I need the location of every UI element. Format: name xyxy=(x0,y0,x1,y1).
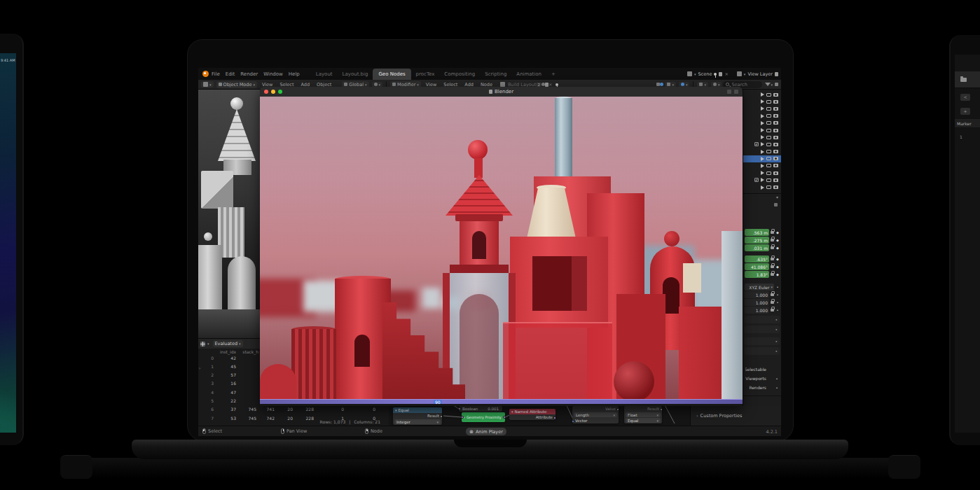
node-geometry-proximity[interactable]: ›Geometry Proximity xyxy=(462,412,505,422)
visibility-renders-row[interactable]: Renders • xyxy=(743,383,781,392)
outliner-row[interactable] xyxy=(743,134,781,141)
outliner-row[interactable] xyxy=(743,120,781,127)
node-compare[interactable]: Result Float▾ Equal▾ xyxy=(624,406,662,424)
collapsed-section[interactable]: • xyxy=(745,316,780,323)
render-window-titlebar[interactable]: Blender xyxy=(260,87,743,97)
screen-toggle-icon[interactable] xyxy=(766,172,771,175)
outliner-row[interactable] xyxy=(743,127,781,134)
screen-toggle-icon[interactable] xyxy=(766,114,771,118)
tab-layout-big[interactable]: Layout.big xyxy=(338,70,373,78)
screen-toggle-icon[interactable] xyxy=(766,150,771,153)
tab-geo-nodes[interactable]: Geo Nodes xyxy=(373,69,410,80)
window-option-icon[interactable] xyxy=(727,90,731,94)
visibility-viewports-row[interactable]: Viewports • xyxy=(743,374,781,383)
keyframe-icon[interactable]: ◆ xyxy=(775,257,780,261)
tab-compositing[interactable]: Compositing xyxy=(439,70,480,78)
cursor-icon[interactable] xyxy=(761,99,764,104)
marker-row-1[interactable]: 1 xyxy=(960,134,962,139)
column-inst-idx[interactable]: inst_idx xyxy=(218,349,236,354)
screen-toggle-icon[interactable] xyxy=(766,186,771,189)
cursor-icon[interactable] xyxy=(761,92,764,97)
screen-toggle-icon[interactable] xyxy=(766,107,771,111)
user-count-badge[interactable]: 2 xyxy=(536,83,541,87)
menu-window[interactable]: Window xyxy=(261,71,286,77)
panel-expand-arrow[interactable]: › xyxy=(199,365,200,370)
rotation-y-field[interactable]: 41.086° ◆ xyxy=(745,263,780,270)
tab-scripting[interactable]: Scripting xyxy=(480,70,511,78)
outliner-row[interactable] xyxy=(743,113,781,120)
keyframe-icon[interactable]: ◆ xyxy=(775,265,780,269)
operation-dropdown[interactable]: Equal▾ xyxy=(626,418,661,423)
dot-icon[interactable]: • xyxy=(775,300,780,304)
node-equal[interactable]: ▾Equal Result Integer▾ xyxy=(393,407,442,425)
cursor-icon[interactable] xyxy=(761,128,764,132)
cursor-icon[interactable] xyxy=(761,106,764,111)
node-named-attribute[interactable]: ▾Named Attribute Attribute xyxy=(509,409,555,420)
lock-icon[interactable] xyxy=(771,265,774,268)
dot-icon[interactable]: • xyxy=(775,377,779,381)
collapsed-section[interactable]: • xyxy=(745,337,780,345)
output-socket[interactable] xyxy=(660,408,662,411)
outliner-row[interactable] xyxy=(743,155,781,162)
screen-toggle-icon[interactable] xyxy=(766,164,771,167)
output-socket[interactable] xyxy=(503,416,505,419)
camera-toggle-icon[interactable] xyxy=(773,164,778,167)
screen-toggle-icon[interactable] xyxy=(766,121,771,125)
blender-logo-icon[interactable] xyxy=(202,71,209,77)
spreadsheet-row[interactable]: 6377457412022800 xyxy=(198,407,389,414)
menu-edit[interactable]: Edit xyxy=(223,71,238,77)
menu-file[interactable]: File xyxy=(209,71,223,77)
cursor-icon[interactable] xyxy=(761,157,764,161)
mode-dropdown[interactable]: Object Mode ▾ xyxy=(216,81,257,88)
chevron-down-icon[interactable]: ▾ xyxy=(776,195,778,200)
back-button[interactable]: < xyxy=(960,94,970,101)
rotation-x-field[interactable]: .635° ◆ xyxy=(745,255,780,262)
lock-icon[interactable] xyxy=(771,246,774,249)
camera-toggle-icon[interactable] xyxy=(773,107,778,111)
camera-toggle-icon[interactable] xyxy=(773,178,778,182)
lock-icon[interactable] xyxy=(771,231,774,234)
cursor-icon[interactable] xyxy=(761,178,764,182)
scene-name[interactable]: Scene xyxy=(698,71,712,77)
keyframe-icon[interactable]: ◆ xyxy=(775,272,780,276)
keyframe-icon[interactable]: ◆ xyxy=(775,230,780,234)
collapsed-section[interactable]: • xyxy=(745,326,780,333)
rotation-z-field[interactable]: 1.83° ◆ xyxy=(745,271,780,278)
zoom-traffic-light[interactable] xyxy=(278,90,282,94)
location-x-field[interactable]: .563 m ◆ xyxy=(745,229,780,236)
checkbox-icon[interactable]: ✓ xyxy=(754,142,759,146)
cancel-icon[interactable]: ⊗ xyxy=(469,429,474,435)
camera-toggle-icon[interactable] xyxy=(773,150,778,153)
screen-toggle-icon[interactable] xyxy=(766,129,771,132)
camera-toggle-icon[interactable] xyxy=(773,157,778,160)
menu-help[interactable]: Help xyxy=(286,71,303,77)
lock-icon[interactable] xyxy=(771,258,774,260)
outliner-row[interactable] xyxy=(743,91,781,98)
render-window[interactable]: Blender xyxy=(260,87,743,406)
camera-toggle-icon[interactable] xyxy=(773,100,778,104)
outliner-row[interactable] xyxy=(743,148,781,155)
dot-icon[interactable]: • xyxy=(775,386,779,390)
tab-animation[interactable]: Animation xyxy=(511,70,546,78)
screen-toggle-icon[interactable] xyxy=(766,157,771,160)
dot-icon[interactable]: • xyxy=(775,285,780,289)
chevron-down-icon[interactable]: ▾ xyxy=(771,83,773,87)
camera-toggle-icon[interactable] xyxy=(773,172,778,175)
proportional-edit-icon[interactable] xyxy=(660,83,663,86)
node-type-dropdown[interactable]: Integer▾ xyxy=(394,419,441,424)
minimize-traffic-light[interactable] xyxy=(271,90,275,94)
camera-toggle-icon[interactable] xyxy=(773,186,778,189)
new-scene-icon[interactable] xyxy=(719,72,722,76)
window-option-icon[interactable] xyxy=(734,90,738,94)
scale-y-field[interactable]: 1.000 • xyxy=(745,299,780,306)
tool-icon[interactable] xyxy=(774,203,778,206)
camera-toggle-icon[interactable] xyxy=(773,129,778,132)
location-z-field[interactable]: .031 m ◆ xyxy=(745,244,780,251)
outliner-row[interactable]: ✓ xyxy=(743,141,781,148)
dot-icon[interactable]: • xyxy=(775,308,780,312)
outliner-row[interactable] xyxy=(743,183,781,190)
new-view-layer-icon[interactable] xyxy=(775,72,778,76)
checkbox-icon[interactable]: ✓ xyxy=(754,178,759,182)
outliner-row[interactable] xyxy=(743,169,781,176)
cursor-icon[interactable] xyxy=(761,135,764,139)
